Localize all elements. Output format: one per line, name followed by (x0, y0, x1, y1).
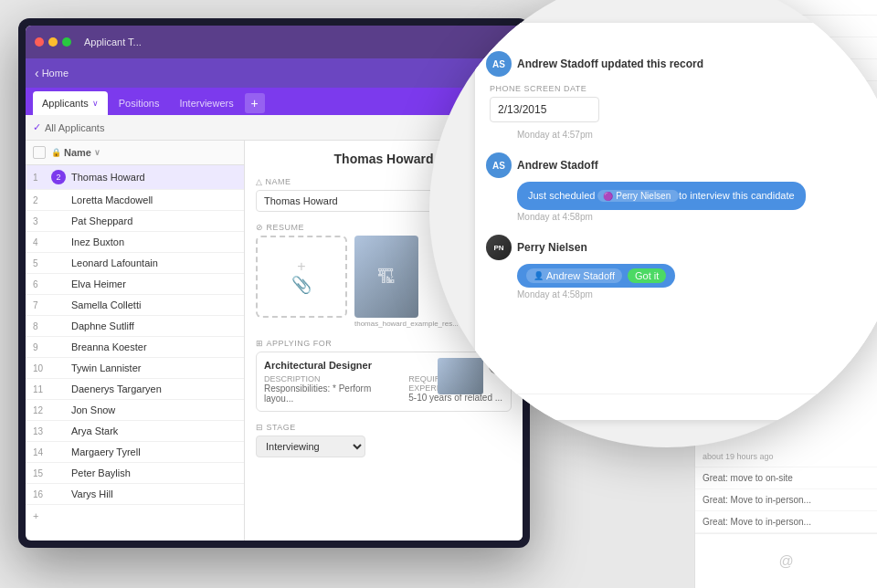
right-col-time-1: about 19 hours ago (695, 446, 877, 467)
applicant-row-3[interactable]: 3Pat Sheppard (26, 211, 244, 232)
chat-sender-1: AS Andrew Stadoff updated this record (486, 51, 866, 77)
sender-name-1: Andrew Stadoff updated this record (517, 58, 703, 70)
tab-applicants[interactable]: Applicants ∨ (33, 91, 108, 115)
add-applicant-button[interactable]: + (26, 505, 244, 527)
applicant-row-1[interactable]: 12Thomas Howard (26, 165, 244, 190)
minimize-button[interactable] (48, 37, 58, 47)
stage-select[interactable]: Interviewing (256, 436, 365, 457)
row-number: 12 (33, 405, 51, 415)
applicant-name: Varys Hill (71, 488, 113, 499)
applicant-name: Leonard Lafountain (71, 257, 158, 268)
link-icon: ⊘ (256, 223, 264, 232)
applicant-name: Tywin Lannister (71, 362, 141, 373)
phone-screen-label: PHONE SCREEN DATE (490, 84, 862, 93)
home-button[interactable]: Home (35, 66, 69, 80)
upload-resume-button[interactable]: + 📎 (256, 236, 347, 318)
applying-card: ✕ Architectural Designer DESCRIPTION Res… (256, 352, 512, 412)
person-icon: △ (256, 177, 263, 186)
row-number: 13 (33, 426, 51, 436)
chat-top-time: 4:56pm (486, 34, 866, 44)
applicant-row-14[interactable]: 14Margaery Tyrell (26, 442, 244, 463)
applicant-row-12[interactable]: 12Jon Snow (26, 400, 244, 421)
at-icon-right[interactable]: @ (778, 553, 793, 570)
applicant-name: Loretta Macdowell (71, 194, 153, 205)
applicant-name: Daphne Sutliff (71, 320, 134, 331)
tab-positions[interactable]: Positions (110, 91, 169, 115)
applicant-row-10[interactable]: 10Tywin Lannister (26, 358, 244, 379)
right-col-footer: @ (695, 533, 877, 588)
grid-icon: ⊞ (256, 339, 264, 348)
mention-andrew: 👤 Andrew Stadoff (526, 268, 622, 283)
chat-sender-2: AS Andrew Stadoff (486, 152, 866, 178)
at-icon[interactable]: @ (855, 400, 868, 415)
avatar-andrew-1: AS (486, 51, 512, 77)
applicant-row-5[interactable]: 5Leonard Lafountain (26, 253, 244, 274)
applicant-row-7[interactable]: 7Samella Colletti (26, 295, 244, 316)
applying-for-section: ⊞ APPLYING FOR ✕ Architectural Designer … (256, 339, 512, 412)
check-icon: ✓ (33, 121, 41, 133)
applicant-name: Thomas Howard (71, 172, 145, 183)
row-number: 11 (33, 384, 51, 394)
applicant-name: Margaery Tyrell (71, 446, 141, 457)
applicant-row-13[interactable]: 13Arya Stark (26, 421, 244, 442)
applicant-name: Peter Baylish (71, 467, 131, 478)
nav-bar: Home (26, 58, 523, 88)
applicant-row-15[interactable]: 15Peter Baylish (26, 463, 244, 484)
got-it-badge: Got it (628, 268, 666, 283)
chat-entry-2: AS Andrew Stadoff Just scheduled 🟣 Perry… (486, 152, 866, 222)
add-tab-button[interactable]: + (245, 93, 265, 113)
applicant-name: Samella Colletti (71, 299, 141, 310)
applicant-name: Daenerys Targaryen (71, 383, 162, 394)
row-number: 3 (33, 216, 51, 226)
applicant-row-4[interactable]: 4Inez Buxton (26, 232, 244, 253)
flag-icon: ⊟ (256, 423, 264, 432)
tab-chevron: ∨ (92, 99, 99, 108)
row-number: 5 (33, 258, 51, 268)
stage-field-label: ⊟ STAGE (256, 423, 512, 432)
applicant-row-9[interactable]: 9Breanna Koester (26, 337, 244, 358)
row-number: 10 (33, 363, 51, 373)
sender-name-2: Andrew Stadoff (517, 159, 598, 172)
applicant-row-2[interactable]: 2Loretta Macdowell (26, 190, 244, 211)
chat-time-2: Monday at 4:58pm (517, 212, 866, 222)
traffic-lights (35, 37, 71, 47)
chat-input-area: @ (475, 394, 877, 420)
phone-screen-value: 2/13/2015 (490, 97, 599, 122)
close-button[interactable] (35, 37, 44, 47)
right-col-msg-2: Great: Move to in-person... (695, 489, 877, 511)
chat-panel: 4:56pm AS Andrew Stadoff updated this re… (475, 23, 877, 420)
window-title: Applicant T... (84, 37, 142, 47)
row-number: 4 (33, 237, 51, 247)
filter-all-applicants[interactable]: ✓ All Applicants (33, 121, 104, 133)
applicant-name: Pat Sheppard (71, 215, 132, 226)
mention-perry: 🟣 Perry Nielsen (597, 190, 679, 202)
applicants-list: 🔒 Name ∨ 12Thomas Howard2Loretta Macdowe… (26, 141, 245, 541)
tab-interviewers[interactable]: Interviewers (170, 91, 242, 115)
sort-arrow-icon[interactable]: ∨ (94, 148, 100, 157)
phone-screen-section: PHONE SCREEN DATE 2/13/2015 (486, 84, 866, 122)
row-number: 9 (33, 342, 51, 352)
row-number: 2 (33, 195, 51, 205)
maximize-button[interactable] (62, 37, 71, 47)
applicant-row-11[interactable]: 11Daenerys Targaryen (26, 379, 244, 400)
select-all-checkbox[interactable] (33, 146, 46, 159)
sender-name-3: Perry Nielsen (517, 241, 587, 254)
row-number: 1 (33, 173, 51, 183)
chat-time-3: Monday at 4:58pm (517, 289, 866, 299)
paperclip-icon: 📎 (291, 275, 312, 295)
chat-bubble-2: 👤 Andrew Stadoff Got it (517, 264, 675, 288)
row-badge: 2 (51, 170, 66, 184)
chat-sender-3: PN Perry Nielsen (486, 235, 866, 260)
applicant-row-8[interactable]: 8Daphne Sutliff (26, 316, 244, 337)
chat-bubble-1: Just scheduled 🟣 Perry Nielsen to interv… (517, 182, 806, 210)
right-col-msg-3: Great: Move to in-person... (695, 511, 877, 533)
row-number: 16 (33, 489, 51, 499)
right-col-msg-1: Great: move to on-site (695, 467, 877, 489)
applicant-row-16[interactable]: 16Varys Hill (26, 484, 244, 505)
avatar-perry: PN (486, 235, 512, 260)
row-number: 8 (33, 321, 51, 331)
applicant-name: Inez Buxton (71, 236, 124, 247)
applicant-row-6[interactable]: 6Elva Heimer (26, 274, 244, 295)
chat-entry-3: PN Perry Nielsen 👤 Andrew Stadoff Got it… (486, 235, 866, 299)
chat-entry-1: AS Andrew Stadoff updated this record PH… (486, 51, 866, 140)
